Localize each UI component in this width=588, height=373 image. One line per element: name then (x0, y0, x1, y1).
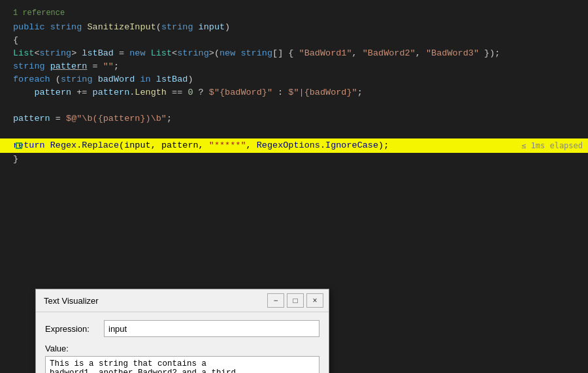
close-title-button[interactable]: × (306, 293, 323, 308)
blank-line-2 (0, 125, 588, 138)
ref-line: 1 reference (0, 5, 588, 21)
open-brace-line: { (0, 34, 588, 47)
value-textarea[interactable]: This is a string that contains a badword… (45, 356, 319, 373)
value-row: Value: This is a string that contains a … (45, 344, 319, 373)
dialog-controls: − □ × (267, 293, 323, 308)
pattern-decl-line: string pattern = "" ; (0, 60, 588, 73)
blank-line-1 (0, 99, 588, 112)
minimize-button[interactable]: − (267, 293, 284, 308)
pattern-regex-line: pattern = $@"\b({pattern})\b" ; (0, 112, 588, 125)
value-label: Value: (45, 344, 319, 353)
highlighted-return-line: return Regex . Replace ( input , pattern… (0, 138, 588, 153)
dialog-title: Text Visualizer (44, 296, 99, 306)
expression-row: Expression: (45, 320, 319, 337)
dialog-titlebar: Text Visualizer − □ × (36, 289, 329, 312)
pattern-assign-line: pattern += pattern . Length == 0 ? $"{ba… (0, 86, 588, 99)
maximize-button[interactable]: □ (287, 293, 304, 308)
dialog-wrapper: Text Visualizer − □ × Expression: Value:… (16, 142, 22, 149)
elapsed-text: ≤ 1ms elapsed (521, 139, 583, 152)
close-brace-line: } (0, 153, 588, 166)
list-line: List<string> lstBad = new List<string>( … (0, 47, 588, 60)
fn-signature-line: public string SanitizeInput ( string inp… (0, 21, 588, 34)
expression-input[interactable] (104, 320, 319, 337)
foreach-line: foreach ( string badWord in lstBad ) (0, 73, 588, 86)
dialog-body: Expression: Value: This is a string that… (36, 312, 329, 373)
expression-label: Expression: (45, 324, 104, 334)
text-visualizer-dialog: Text Visualizer − □ × Expression: Value:… (35, 289, 329, 373)
